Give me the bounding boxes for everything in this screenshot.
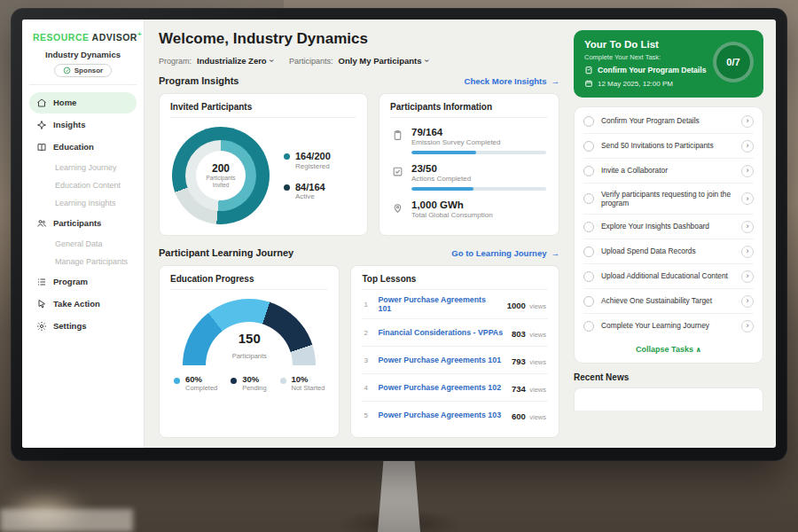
sidebar-item-home[interactable]: Home (29, 92, 137, 113)
section-title: Participant Learning Journey (159, 247, 293, 258)
active-dot-icon (284, 184, 290, 191)
sidebar-item-program[interactable]: Program (29, 271, 137, 293)
card-title: Education Progress (170, 274, 328, 290)
desk-object (0, 509, 133, 532)
lesson-link[interactable]: Power Purchase Agreements 101 (378, 295, 500, 313)
chevron-right-icon[interactable]: › (741, 115, 754, 128)
chevron-right-icon[interactable]: › (741, 140, 754, 153)
sidebar-item-label: Take Action (53, 299, 100, 309)
task-row[interactable]: Verify participants requesting to join t… (583, 184, 754, 215)
lesson-row: 5 Power Purchase Agreements 103 600 view… (362, 402, 548, 428)
sidebar-item-general-data[interactable]: General Data (29, 235, 137, 253)
invited-legend: 164/200 Registered 84/164 Active (284, 151, 331, 200)
chevron-right-icon[interactable]: › (741, 320, 754, 332)
task-row[interactable]: Explore Your Insights Dashboard › (583, 215, 754, 239)
chevron-down-icon: › (422, 59, 432, 62)
task-checkbox[interactable] (583, 141, 594, 152)
sidebar-item-settings[interactable]: Settings (29, 316, 137, 337)
not-started-dot-icon (280, 378, 286, 384)
todo-summary-card: Your To Do List 0/7 Complete Your Next T… (574, 30, 763, 98)
emission-progress-bar (411, 151, 546, 154)
task-checkbox[interactable] (583, 271, 594, 282)
lesson-link[interactable]: Financial Considerations - VPPAs (378, 328, 505, 337)
task-checkbox[interactable] (583, 222, 594, 232)
task-row[interactable]: Achieve One Sustainability Target › (583, 289, 754, 314)
sidebar-item-education[interactable]: Education (29, 137, 137, 158)
recent-news-card (574, 387, 763, 411)
completed-dot-icon (174, 378, 180, 384)
sidebar-item-label: Settings (53, 321, 86, 331)
pending-dot-icon (231, 378, 237, 384)
sidebar-item-education-content[interactable]: Education Content (29, 176, 137, 194)
participants-select[interactable]: Only My Participants › (339, 56, 428, 66)
sponsor-badge-label: Sponsor (74, 66, 103, 74)
sidebar-divider (29, 84, 137, 85)
go-to-learning-journey-link[interactable]: Go to Learning Journey → (451, 248, 559, 258)
sidebar: RESOURCE ADVISOR+ Industry Dynamics Spon… (22, 20, 145, 448)
book-icon (36, 142, 47, 153)
program-insights-header: Program Insights Check More Insights → (159, 75, 559, 86)
task-row[interactable]: Send 50 Invitations to Participants › (583, 134, 754, 159)
location-pin-icon (392, 201, 403, 213)
legend-item-completed: 60% Completed (174, 375, 217, 392)
stat-emission-survey: 79/164 Emission Survey Completed (390, 118, 548, 154)
task-checkbox[interactable] (583, 321, 594, 332)
stat-global-consumption: 1,000 GWh Total Global Consumption (390, 191, 548, 219)
task-row[interactable]: Complete Your Learning Journey › (583, 314, 754, 338)
sidebar-item-insights[interactable]: Insights (29, 114, 137, 136)
sidebar-item-learning-journey[interactable]: Learning Journey (29, 159, 137, 176)
dashboard-screen: RESOURCE ADVISOR+ Industry Dynamics Spon… (22, 20, 776, 448)
insights-icon (36, 120, 47, 130)
program-filter-label: Program: (159, 57, 192, 66)
lesson-link[interactable]: Power Purchase Agreements 102 (378, 383, 505, 392)
program-select[interactable]: Industrialize Zero › (197, 56, 273, 66)
sidebar-item-participants[interactable]: Participants (29, 213, 137, 234)
chevron-right-icon[interactable]: › (741, 165, 754, 177)
todo-list-card: Confirm Your Program Details › Send 50 I… (574, 106, 763, 364)
todo-panel: Your To Do List 0/7 Complete Your Next T… (572, 20, 776, 448)
check-more-insights-link[interactable]: Check More Insights → (465, 76, 559, 86)
participants-information-card: Participants Information 79/164 Emission… (379, 93, 559, 236)
chevron-right-icon[interactable]: › (741, 295, 754, 308)
task-checkbox[interactable] (583, 166, 594, 176)
task-checkbox[interactable] (583, 193, 594, 204)
task-row[interactable]: Upload Spend Data Records › (583, 239, 754, 264)
task-checkbox[interactable] (583, 296, 594, 307)
task-row[interactable]: Invite a Collaborator › (583, 159, 754, 184)
collapse-tasks-button[interactable]: Collapse Tasks ∧ (583, 338, 754, 361)
top-lessons-card: Top Lessons 1 Power Purchase Agreements … (350, 265, 559, 438)
sidebar-item-take-action[interactable]: Take Action (29, 293, 137, 315)
chevron-right-icon[interactable]: › (741, 246, 754, 258)
main-content: Welcome, Industry Dynamics Program: Indu… (145, 20, 572, 448)
lesson-link[interactable]: Power Purchase Agreements 101 (378, 356, 505, 364)
task-row[interactable]: Confirm Your Program Details › (583, 109, 754, 134)
todo-next-task[interactable]: Confirm Your Program Details (584, 66, 717, 74)
invited-donut-chart: 200 Participants Invited (172, 127, 270, 224)
sidebar-item-learning-insights[interactable]: Learning Insights (29, 194, 137, 212)
chevron-up-icon: ∧ (695, 346, 701, 354)
clipboard-icon (392, 129, 403, 140)
page-title: Welcome, Industry Dynamics (159, 30, 559, 48)
lesson-link[interactable]: Power Purchase Agreements 103 (378, 411, 505, 419)
chevron-right-icon[interactable]: › (741, 221, 754, 233)
actions-progress-bar (411, 187, 546, 191)
chevron-right-icon[interactable]: › (741, 270, 754, 283)
task-checkbox[interactable] (583, 116, 594, 127)
stat-actions-completed: 23/50 Actions Completed (390, 154, 548, 191)
participants-filter-label: Participants: (289, 57, 333, 66)
task-row[interactable]: Upload Additional Educational Content › (583, 264, 754, 289)
invited-count-label: Participants Invited (203, 175, 239, 188)
legend-item-not-started: 10% Not Started (280, 375, 325, 392)
section-title: Program Insights (159, 75, 239, 86)
sidebar-item-label: Program (53, 277, 88, 286)
education-legend: 60% Completed 30% Pending (170, 366, 328, 392)
arrow-right-icon: → (552, 248, 560, 258)
legend-item-pending: 30% Pending (231, 375, 267, 392)
task-checkbox[interactable] (583, 246, 594, 257)
sidebar-item-manage-participants[interactable]: Manage Participants (29, 253, 137, 270)
chevron-right-icon[interactable]: › (741, 192, 754, 205)
app-logo[interactable]: RESOURCE ADVISOR+ (27, 28, 138, 48)
checklist-icon (392, 165, 403, 176)
card-title: Top Lessons (362, 274, 548, 290)
lesson-row: 2 Financial Considerations - VPPAs 803 v… (362, 319, 548, 347)
